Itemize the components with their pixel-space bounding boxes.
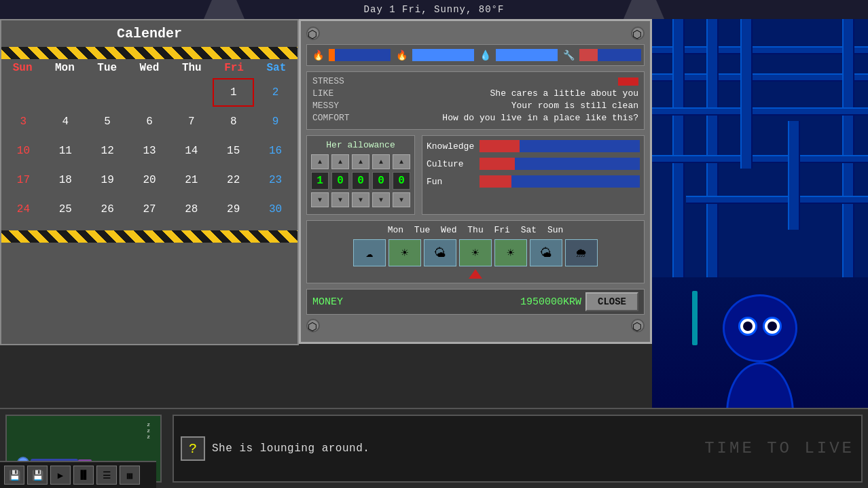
cal-header-sat: Sat	[255, 62, 297, 74]
top-bar: Day 1 Fri, Sunny, 80°F	[0, 0, 868, 19]
culture-bar-fill	[480, 158, 515, 170]
close-button[interactable]: CLOSE	[585, 292, 638, 311]
cal-cell-13[interactable]: 13	[129, 137, 170, 165]
cal-cell-empty	[129, 78, 170, 107]
allowance-up-4[interactable]: ▲	[372, 154, 390, 169]
toolbar-btn-menu[interactable]: ☰	[96, 466, 117, 485]
messy-label: MESSY	[312, 101, 339, 111]
owl-pupil-right	[767, 321, 777, 331]
stress-fill	[618, 77, 638, 86]
cal-cell-27[interactable]: 27	[129, 195, 170, 224]
fun-row: Fun	[427, 175, 640, 188]
stress-bar	[618, 76, 638, 86]
toolbar-btn-grid[interactable]: ▦	[120, 466, 140, 485]
weather-icons-row: ☁ ☀ 🌤 ☀ ☀ 🌤 🌧	[311, 239, 640, 266]
weather-section: Mon Tue Wed Thu Fri Sat Sun ☁ ☀ 🌤 ☀ ☀ 🌤 …	[306, 220, 645, 283]
toolbar-btn-play[interactable]: ▶	[50, 466, 71, 485]
toolbar-btn-pause[interactable]: ▐▌	[73, 466, 94, 485]
cal-cell-10[interactable]: 10	[3, 137, 44, 165]
cal-cell-29[interactable]: 29	[213, 195, 254, 224]
top-bar-text: Day 1 Fri, Sunny, 80°F	[364, 4, 505, 15]
fire-icon: 🔥	[310, 48, 326, 63]
message-icon: ?	[181, 436, 205, 461]
pipe-v4	[740, 19, 753, 169]
cal-cell-24[interactable]: 24	[3, 195, 44, 224]
weather-day-sat: Sat	[521, 225, 537, 235]
weather-icon-sat: 🌤	[530, 239, 562, 266]
weather-up-arrow[interactable]	[469, 269, 482, 279]
cal-cell-16[interactable]: 16	[255, 137, 296, 165]
teal-highlight	[692, 291, 698, 345]
toolbar-btn-save1[interactable]: 💾	[4, 466, 24, 485]
hazard-stripe-bottom	[1, 230, 297, 243]
allowance-down-2[interactable]: ▼	[331, 192, 349, 207]
messy-row: MESSY Your room is still clean	[312, 101, 638, 111]
allowance-arrows-up: ▲ ▲ ▲ ▲ ▲	[311, 154, 410, 169]
weather-icon-tue: ☀	[388, 239, 421, 266]
fun-bar	[480, 175, 640, 188]
cal-cell-1[interactable]: 1	[213, 78, 254, 107]
stat-bar-2	[412, 49, 474, 61]
weather-icon-sun: 🌧	[565, 239, 598, 266]
toolbar-btn-save2[interactable]: 💾	[27, 466, 48, 485]
allowance-val-4: 0	[372, 172, 390, 190]
cal-cell-25[interactable]: 25	[45, 195, 86, 224]
cal-cell-30[interactable]: 30	[255, 195, 296, 224]
cal-cell-6[interactable]: 6	[129, 107, 170, 136]
dialog-corner-left: ⬡	[306, 27, 320, 40]
allowance-up-2[interactable]: ▲	[331, 154, 349, 169]
pipe-v5	[788, 121, 800, 230]
pipe-h3	[652, 107, 868, 116]
cal-cell-4[interactable]: 4	[45, 107, 86, 136]
knowledge-row: Knowledge	[427, 140, 640, 152]
cal-cell-5[interactable]: 5	[87, 107, 128, 136]
cal-cell-15[interactable]: 15	[213, 137, 254, 165]
cal-cell-2[interactable]: 2	[255, 78, 296, 107]
allowance-up-1[interactable]: ▲	[311, 154, 329, 169]
messy-value: Your room is still clean	[346, 101, 638, 111]
allowance-section: Her allowance ▲ ▲ ▲ ▲ ▲ 1 0 0 0 0 ▼ ▼ ▼ …	[306, 135, 645, 215]
allowance-down-3[interactable]: ▼	[352, 192, 369, 207]
cal-cell-22[interactable]: 22	[213, 166, 254, 194]
cal-cell-18[interactable]: 18	[45, 166, 86, 194]
cal-cell-20[interactable]: 20	[129, 166, 170, 194]
stat-bar-4-fill	[579, 49, 598, 61]
cal-cell-9[interactable]: 9	[255, 107, 296, 136]
cal-cell-11[interactable]: 11	[45, 137, 86, 165]
toolbar: 💾 💾 ▶ ▐▌ ☰ ▦	[0, 461, 156, 488]
comfort-label: COMFORT	[312, 113, 350, 123]
calendar-panel: Calender Sun Mon Tue Wed Thu Fri Sat 1 2…	[0, 19, 299, 345]
cal-cell-3[interactable]: 3	[3, 107, 44, 136]
allowance-down-4[interactable]: ▼	[372, 192, 390, 207]
cal-cell-12[interactable]: 12	[87, 137, 128, 165]
message-text: She is lounging around.	[212, 442, 369, 455]
cal-cell-8[interactable]: 8	[213, 107, 254, 136]
main-dialog: ⬡ ⬡ 🔥 🔥 💧 🔧 STRESS LIKE She care	[299, 19, 652, 344]
money-label: MONEY	[312, 296, 516, 308]
cal-cell-23[interactable]: 23	[255, 166, 296, 194]
stat-bar-energy-fill	[329, 49, 335, 61]
pipe-h4	[652, 155, 868, 163]
weather-icon-fri: ☀	[494, 239, 527, 266]
fun-bar-fill	[480, 175, 511, 188]
weather-icon-mon: ☁	[353, 239, 386, 266]
weather-icon-wed: 🌤	[424, 239, 456, 266]
cal-cell-26[interactable]: 26	[87, 195, 128, 224]
cal-cell-14[interactable]: 14	[170, 137, 212, 165]
cal-header-thu: Thu	[170, 62, 213, 74]
flame-icon2: 🔥	[393, 48, 410, 63]
allowance-down-1[interactable]: ▼	[311, 192, 329, 207]
cal-cell-7[interactable]: 7	[170, 107, 212, 136]
owl-head	[723, 294, 797, 362]
culture-bar	[480, 158, 640, 170]
stat-bar-3	[496, 49, 558, 61]
allowance-down-5[interactable]: ▼	[393, 192, 410, 207]
like-label: LIKE	[312, 88, 333, 99]
cal-cell-21[interactable]: 21	[170, 166, 212, 194]
allowance-up-5[interactable]: ▲	[393, 154, 410, 169]
zzz-text: zzz	[147, 421, 150, 440]
cal-cell-28[interactable]: 28	[170, 195, 212, 224]
cal-cell-17[interactable]: 17	[3, 166, 44, 194]
cal-cell-19[interactable]: 19	[87, 166, 128, 194]
allowance-up-3[interactable]: ▲	[352, 154, 369, 169]
